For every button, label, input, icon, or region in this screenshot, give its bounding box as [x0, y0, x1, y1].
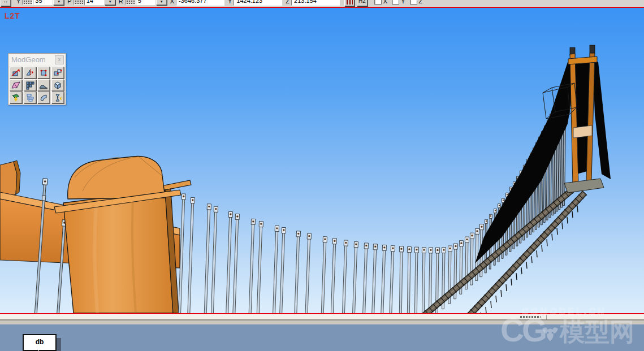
spinner-value-p[interactable]: 14: [84, 0, 104, 5]
hanger-cable: [225, 211, 233, 313]
h2-button[interactable]: H2: [357, 0, 368, 6]
grid-snap-icon: [347, 0, 353, 5]
hanger-cable: [428, 248, 433, 313]
coord-input-x[interactable]: [176, 0, 224, 6]
modgeom-palette[interactable]: ModGeom x: [8, 53, 66, 105]
coord-label-z: Z: [286, 0, 289, 5]
hanger-cable: [272, 226, 279, 313]
move-object-icon: [53, 68, 62, 77]
db-node-label: db: [36, 338, 44, 346]
mirror-object-button[interactable]: [24, 67, 36, 79]
spinner-dots-p[interactable]: [74, 0, 84, 5]
hanger-cable: [232, 214, 240, 313]
axis-checkbox-label-y: Y: [401, 0, 405, 5]
bridge-scene: [0, 8, 644, 313]
spinner-label-y: Y: [16, 0, 20, 5]
spinner-dots-r[interactable]: [125, 0, 136, 5]
axis-checkbox-y[interactable]: [392, 0, 399, 5]
revolve-tool-icon: [53, 93, 62, 102]
hanger-cable: [210, 206, 218, 313]
shear-object-icon: [11, 81, 20, 90]
revolve-tool-button[interactable]: [51, 92, 64, 103]
array-object-button[interactable]: [24, 79, 36, 91]
spinner-dropdown-y[interactable]: ▼: [53, 0, 64, 5]
hanger-cable: [421, 248, 426, 313]
splitter-grip[interactable]: [520, 316, 541, 318]
grid-snap-button[interactable]: [344, 0, 355, 6]
palette-title: ModGeom: [11, 55, 46, 64]
coord-label-x: X: [170, 0, 174, 5]
terrain-tool-icon: [39, 81, 48, 90]
surface-tool-button[interactable]: [37, 92, 50, 103]
hanger-cable: [407, 247, 412, 313]
spinner-value-y[interactable]: 35: [33, 0, 53, 5]
shear-object-button[interactable]: [10, 79, 22, 91]
mirror-object-icon: [25, 68, 34, 77]
axis-checkbox-label-x: X: [383, 0, 387, 5]
spinner-dropdown-p[interactable]: ▼: [105, 0, 115, 5]
import-tool-icon: [11, 93, 20, 102]
spinner-value-r[interactable]: 5: [136, 0, 155, 5]
hierarchy-panel[interactable]: db: [0, 324, 644, 351]
scale-object-icon: [39, 68, 48, 77]
hanger-cable: [362, 243, 369, 313]
hanger-cable: [248, 219, 255, 313]
spinner-label-r: R: [119, 0, 123, 5]
hanger-cable: [380, 245, 387, 313]
hanger-cable: [371, 244, 378, 313]
hanger-cable: [320, 237, 327, 313]
status-separator: [546, 315, 547, 319]
status-bar: [0, 314, 644, 319]
spinner-dots-y[interactable]: [22, 0, 33, 5]
spinner-label-p: P: [67, 0, 71, 5]
viewport-label: L2T: [5, 11, 20, 20]
3d-viewport[interactable]: L2T ModGeom x: [0, 8, 644, 313]
pan-button[interactable]: ↔: [1, 0, 11, 6]
hanger-cable: [279, 227, 286, 313]
left-pylon: [54, 156, 181, 313]
cube-tool-icon: [53, 81, 62, 90]
coord-input-y[interactable]: [234, 0, 282, 6]
hanger-cable: [304, 233, 311, 313]
palette-close-button[interactable]: x: [55, 55, 64, 64]
coord-input-z[interactable]: [291, 0, 340, 6]
hanger-cable: [399, 246, 404, 313]
hanger-cable: [256, 221, 263, 313]
hierarchy-tool-icon: [25, 93, 34, 102]
hanger-cable: [293, 231, 300, 313]
hanger-cable: [352, 242, 358, 313]
db-node[interactable]: db: [23, 334, 57, 351]
coord-label-y: Y: [228, 0, 232, 5]
hanger-cable: [342, 240, 348, 313]
rotate-object-icon: [11, 68, 20, 77]
hierarchy-tool-button[interactable]: [24, 92, 36, 103]
surface-tool-icon: [39, 93, 48, 102]
terrain-tool-button[interactable]: [37, 79, 50, 91]
axis-checkbox-label-z: Z: [419, 0, 423, 5]
top-toolbar: ↔Y35▼P14▼R5▼XYZH2XYZ: [0, 0, 644, 7]
axis-checkbox-z[interactable]: [410, 0, 417, 5]
cube-tool-button[interactable]: [51, 79, 64, 91]
application-window: ↔Y35▼P14▼R5▼XYZH2XYZ: [0, 0, 644, 351]
palette-title-bar[interactable]: ModGeom x: [8, 54, 66, 66]
move-object-button[interactable]: [51, 67, 64, 79]
scale-object-button[interactable]: [37, 67, 50, 79]
panel-divider[interactable]: [0, 319, 644, 324]
axis-checkbox-x[interactable]: [374, 0, 382, 5]
hanger-cable: [330, 239, 336, 313]
hanger-cable: [187, 197, 195, 313]
hanger-cable: [414, 247, 419, 313]
rotate-object-button[interactable]: [10, 67, 22, 79]
spinner-dropdown-r[interactable]: ▼: [156, 0, 167, 5]
hanger-cable: [388, 246, 395, 313]
array-object-icon: [25, 81, 34, 90]
import-tool-button[interactable]: [10, 92, 22, 103]
hanger-cable: [203, 204, 211, 313]
